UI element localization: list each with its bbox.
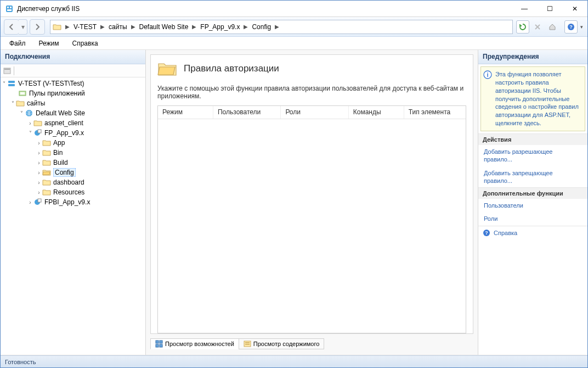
collapse-icon[interactable]: ˅ [1, 81, 7, 87]
info-box[interactable]: i Эта функция позволяет настроить правил… [480, 66, 585, 131]
add-allow-rule-link[interactable]: Добавить разрешающее правило... [478, 145, 587, 166]
maximize-button[interactable]: ☐ [537, 1, 562, 17]
collapse-icon[interactable]: ˅ [9, 101, 16, 107]
help-link[interactable]: ? Справка [478, 226, 587, 239]
tree-item[interactable]: › Build [1, 158, 145, 168]
svg-rect-20 [160, 344, 162, 347]
tree-root[interactable]: ˅ V-TEST (V-TEST\Test) [1, 79, 145, 88]
breadcrumb[interactable]: ▶ V-TEST▶ сайты▶ Default Web Site▶ FP_Ap… [50, 20, 513, 34]
server-icon [7, 79, 16, 88]
content-area: Правила авторизации Укажите с помощью эт… [146, 50, 478, 355]
svg-rect-16 [38, 199, 41, 202]
back-button[interactable] [4, 19, 19, 35]
statusbar: Готовность [1, 355, 587, 367]
tree-label: Bin [53, 149, 63, 157]
expand-icon[interactable]: › [36, 180, 42, 186]
rules-grid[interactable]: Режим Пользователи Роли Команды Тип элем… [157, 105, 466, 333]
folder-icon [42, 138, 51, 147]
web-app-icon [33, 198, 42, 207]
svg-rect-11 [20, 92, 25, 94]
connections-header: Подключения [1, 50, 145, 64]
grid-body [158, 119, 466, 333]
tree-item[interactable]: › dashboard [1, 177, 145, 187]
expand-icon[interactable]: › [36, 189, 42, 196]
grid-header: Режим Пользователи Роли Команды Тип элем… [158, 106, 466, 119]
chevron-right-icon: ▶ [129, 24, 137, 30]
actions-panel: Предупреждения i Эта функция позволяет н… [478, 50, 587, 355]
tree-label: FPBI_App_v9.x [44, 198, 90, 206]
menu-file[interactable]: Файл [4, 38, 31, 49]
tree-item[interactable]: › Bin [1, 148, 145, 158]
globe-icon [25, 109, 33, 118]
svg-text:i: i [487, 71, 488, 78]
breadcrumb-item[interactable]: Config [250, 23, 273, 31]
tree-item-config[interactable]: › Config [1, 168, 145, 177]
tree-item-sites[interactable]: ˅ сайты [1, 98, 145, 108]
column-header[interactable]: Роли [281, 106, 348, 119]
tree-label: App [53, 139, 65, 147]
users-link[interactable]: Пользователи [478, 199, 587, 212]
expand-icon[interactable]: › [36, 150, 42, 156]
svg-rect-0 [6, 5, 13, 12]
tab-features-view[interactable]: Просмотр возможностей [150, 338, 239, 349]
nav-row: ▾ ▶ V-TEST▶ сайты▶ Default Web Site▶ FP_… [1, 17, 587, 37]
dropdown-icon[interactable]: ▾ [579, 24, 584, 30]
breadcrumb-item[interactable]: Default Web Site [137, 23, 191, 31]
folder-icon [16, 99, 25, 108]
home-button[interactable] [546, 20, 559, 34]
expand-icon[interactable]: › [36, 170, 42, 176]
expand-icon[interactable]: › [27, 120, 33, 126]
expand-icon[interactable]: › [27, 199, 33, 205]
tree-item[interactable]: › App [1, 138, 145, 148]
roles-link[interactable]: Роли [478, 212, 587, 225]
add-deny-rule-link[interactable]: Добавить запрещающее правило... [478, 166, 587, 188]
column-header[interactable]: Пользователи [213, 106, 281, 119]
content-view-icon [244, 340, 251, 348]
collapse-icon[interactable]: ˅ [27, 130, 33, 136]
tree-item-default-web-site[interactable]: ˅ Default Web Site [1, 108, 145, 118]
breadcrumb-item[interactable]: сайты [106, 23, 129, 31]
tree-item-app-pools[interactable]: Пулы приложений [1, 88, 145, 98]
tree-item[interactable]: › Resources [1, 187, 145, 197]
tree-item-fpbi-app[interactable]: › FPBI_App_v9.x [1, 197, 145, 207]
breadcrumb-item[interactable]: V-TEST [71, 23, 99, 31]
collapse-icon[interactable]: ˅ [18, 110, 25, 116]
add-connection-icon[interactable] [3, 66, 12, 75]
iis-app-icon [5, 4, 14, 13]
tree-label: Пулы приложений [29, 90, 85, 97]
chevron-right-icon: ▶ [190, 24, 198, 30]
breadcrumb-item[interactable]: FP_App_v9.x [198, 23, 242, 31]
refresh-button[interactable] [516, 20, 529, 34]
svg-rect-9 [8, 84, 15, 86]
folder-icon [53, 23, 61, 31]
column-header[interactable]: Команды [349, 106, 404, 119]
column-header[interactable]: Режим [158, 106, 213, 119]
folder-icon [42, 188, 51, 197]
menu-mode[interactable]: Режим [33, 38, 65, 49]
page-description: Укажите с помощью этой функции правила а… [157, 85, 466, 100]
view-switcher: Просмотр возможностей Просмотр содержимо… [150, 337, 473, 350]
svg-rect-3 [7, 9, 12, 11]
tree-label: Default Web Site [36, 109, 85, 117]
svg-text:?: ? [485, 230, 488, 236]
tree-item-aspnet-client[interactable]: › aspnet_client [1, 118, 145, 128]
menu-help[interactable]: Справка [67, 38, 104, 49]
connections-tree[interactable]: ˅ V-TEST (V-TEST\Test) Пулы приложений ˅… [1, 77, 145, 355]
menubar: Файл Режим Справка [1, 37, 587, 50]
expand-icon[interactable]: › [36, 160, 42, 166]
tab-label: Просмотр содержимого [253, 341, 320, 347]
tree-label: Config [53, 168, 76, 177]
forward-button[interactable] [30, 19, 45, 35]
close-button[interactable]: ✕ [562, 1, 587, 17]
expand-icon[interactable]: › [36, 140, 42, 146]
chevron-right-icon: ▶ [64, 24, 71, 30]
minimize-button[interactable]: — [512, 1, 537, 17]
column-header[interactable]: Тип элемента [404, 106, 466, 119]
svg-rect-1 [7, 7, 9, 8]
help-button[interactable]: ? [564, 20, 578, 34]
tree-item-fp-app[interactable]: ˅ FP_App_v9.x [1, 128, 145, 138]
tab-content-view[interactable]: Просмотр содержимого [239, 338, 325, 349]
back-menu-button[interactable]: ▾ [19, 19, 27, 35]
window-title: Диспетчер служб IIS [17, 5, 512, 13]
folder-icon [42, 148, 51, 157]
